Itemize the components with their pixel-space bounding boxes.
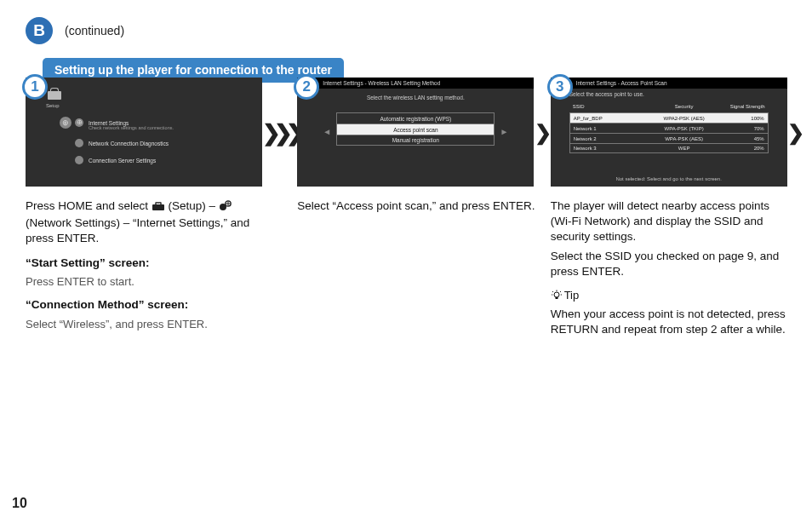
svg-rect-0 (152, 204, 164, 210)
cell: Network 1 (570, 126, 652, 131)
table-row: Network 3 WEP 20% (569, 143, 769, 153)
text: Press HOME and select (26, 199, 152, 212)
mock-footer: Not selected: Select and go to the next … (551, 176, 787, 181)
connection-method-text: Select “Wireless”, and press ENTER. (26, 317, 263, 332)
chevrons-triple: ❯❯❯ (263, 78, 297, 188)
step-1-number: 1 (22, 74, 48, 100)
step-3-p1: The player will detect nearby access poi… (551, 198, 788, 245)
mock-title: Internet Settings - Wireless LAN Setting… (323, 80, 440, 86)
setup-label: Setup (46, 103, 60, 108)
tip-label: Tip (564, 288, 580, 303)
chevron-single-2: ❯ (788, 78, 803, 188)
page-header: B (continued) (26, 17, 803, 44)
table-row: AP_for_BDP WPA2-PSK (AES) 100% (569, 112, 769, 123)
arrow-left-icon: ◄ (323, 127, 331, 136)
step-3-body: The player will detect nearby access poi… (551, 198, 788, 337)
chevron-right-icon: ❯❯❯ (262, 122, 298, 144)
cell: 45% (717, 136, 768, 141)
col-signal: Signal Strength (718, 104, 769, 109)
mock-title: Internet Settings - Access Point Scan (576, 80, 667, 86)
menu-item-label: Network Connection Diagnostics (89, 141, 169, 147)
col-security: Security (651, 104, 718, 109)
lightbulb-icon (551, 290, 563, 302)
table-row: Network 1 WPA-PSK (TKIP) 70% (569, 123, 769, 133)
cell: Network 2 (570, 136, 652, 141)
text: (Setup) – (169, 199, 219, 212)
cell: AP_for_BDP (570, 116, 652, 121)
svg-line-9 (560, 291, 561, 292)
globe-icon: ⊕ (60, 117, 71, 129)
page-number: 10 (12, 496, 27, 511)
chevron-single-1: ❯ (535, 78, 551, 188)
section-badge: B (26, 17, 53, 44)
cell: 70% (717, 126, 768, 131)
step-1-instruction: Press HOME and select (Setup) – (Network… (26, 198, 263, 247)
start-setting-heading: “Start Setting” screen: (26, 256, 263, 271)
chevron-right-icon: ❯ (535, 123, 552, 143)
network-settings-icon (219, 200, 232, 216)
menu-item-desc: Check network settings and connections. (89, 125, 174, 130)
mock-titlebar: ⊕ Internet Settings - Access Point Scan (551, 78, 787, 89)
tip-heading: Tip (551, 288, 580, 303)
step-3: 3 ⊕ Internet Settings - Access Point Sca… (551, 78, 788, 346)
mock-subtitle: Select the wireless LAN setting method. (297, 95, 534, 101)
text: (Network Settings) – “Internet Settings,… (26, 216, 249, 244)
ap-table: SSID Security Signal Strength AP_for_BDP… (569, 101, 769, 153)
menu-item-label: Connection Server Settings (89, 158, 156, 164)
svg-point-5 (554, 292, 559, 297)
table-header: SSID Security Signal Strength (569, 101, 769, 111)
step-2: 2 ⊕ Internet Settings - Wireless LAN Set… (297, 78, 535, 222)
dot-icon (75, 139, 83, 147)
tip-text: When your access point is not detected, … (551, 307, 788, 337)
step-2-screenshot: ⊕ Internet Settings - Wireless LAN Setti… (297, 78, 534, 187)
cell: 100% (717, 116, 768, 121)
cell: WEP (652, 146, 717, 151)
steps-row: 1 Setup ⊕ Internet Settings Check networ… (26, 78, 803, 346)
start-setting-text: Press ENTER to start. (26, 274, 263, 290)
svg-rect-6 (555, 297, 558, 299)
cell: WPA-PSK (TKIP) (652, 126, 717, 131)
step-2-body: Select “Access point scan,” and press EN… (297, 198, 535, 214)
cell: Network 3 (570, 146, 652, 151)
option-wps: Automatic registration (WPS) (336, 112, 495, 124)
step-2-instruction: Select “Access point scan,” and press EN… (297, 198, 535, 214)
menu-diagnostics: Network Connection Diagnostics (75, 139, 169, 147)
continued-label: (continued) (65, 24, 124, 37)
dot-icon (75, 156, 83, 164)
cell: WPA-PSK (AES) (652, 136, 717, 141)
step-1-screenshot: Setup ⊕ Internet Settings Check network … (26, 78, 262, 187)
connection-method-heading: “Connection Method” screen: (26, 297, 263, 313)
chevron-right-icon: ❯ (787, 123, 804, 143)
option-manual: Manual registration (336, 135, 495, 146)
step-3-screenshot: ⊕ Internet Settings - Access Point Scan … (551, 78, 787, 187)
step-3-p2: Select the SSID you checked on page 9, a… (551, 249, 788, 279)
mock-titlebar: ⊕ Internet Settings - Wireless LAN Setti… (297, 78, 534, 89)
table-row: Network 2 WPA-PSK (AES) 45% (569, 133, 769, 143)
step-1-body: Press HOME and select (Setup) – (Network… (26, 198, 263, 331)
svg-line-8 (552, 291, 553, 292)
option-access-point-scan: Access point scan (336, 124, 495, 135)
cell: WPA2-PSK (AES) (652, 116, 717, 121)
globe-small-icon (75, 118, 83, 127)
arrow-right-icon: ► (500, 127, 508, 136)
toolbox-icon (48, 91, 61, 100)
setup-icon (152, 200, 165, 216)
step-1: 1 Setup ⊕ Internet Settings Check networ… (26, 78, 263, 340)
cell: 20% (717, 146, 768, 151)
step-3-number: 3 (547, 74, 573, 100)
col-ssid: SSID (569, 104, 651, 109)
mock-note: Select the access point to use. (569, 91, 644, 97)
menu-server-settings: Connection Server Settings (75, 156, 156, 164)
